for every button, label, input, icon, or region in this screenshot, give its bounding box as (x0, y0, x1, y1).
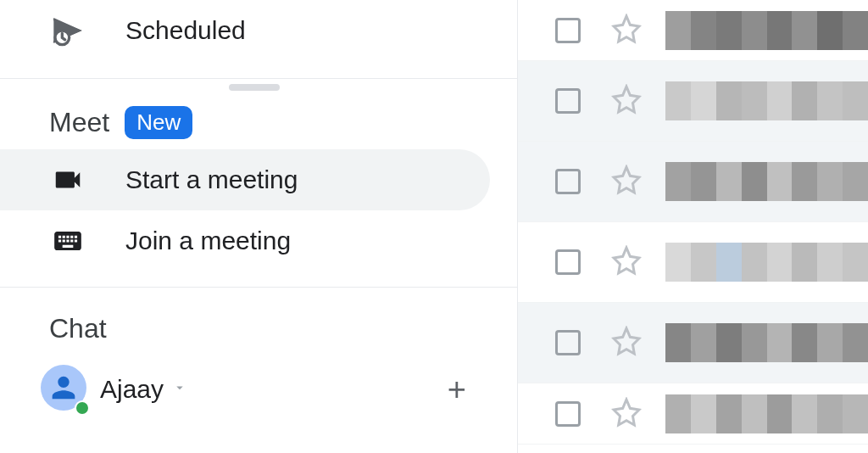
start-meeting-label: Start a meeting (125, 165, 298, 194)
mail-row[interactable] (518, 142, 868, 222)
mail-row[interactable] (518, 303, 868, 383)
star-icon[interactable] (611, 326, 642, 360)
select-checkbox[interactable] (555, 88, 581, 114)
new-badge: New (125, 106, 192, 139)
redacted-content (665, 243, 868, 282)
sidebar-item-join-meeting[interactable]: Join a meeting (0, 210, 517, 271)
redacted-content (665, 11, 868, 50)
mail-row[interactable] (518, 0, 868, 61)
resize-grip[interactable] (229, 84, 280, 91)
star-icon[interactable] (611, 84, 642, 118)
star-icon[interactable] (611, 245, 642, 279)
status-online-icon (75, 400, 90, 416)
star-icon[interactable] (611, 165, 642, 199)
caret-down-icon (172, 380, 187, 399)
redacted-content (665, 162, 868, 201)
scheduled-icon (51, 14, 85, 48)
select-checkbox[interactable] (555, 401, 581, 427)
select-checkbox[interactable] (555, 18, 581, 43)
keyboard-icon (51, 224, 85, 258)
star-icon[interactable] (611, 397, 642, 431)
chat-user-row: Ajaay + (0, 365, 517, 414)
chat-section: Chat Ajaay + (0, 287, 517, 414)
mail-row[interactable] (518, 383, 868, 445)
videocam-icon (51, 163, 85, 197)
mail-row[interactable] (518, 61, 868, 142)
mail-row[interactable] (518, 222, 868, 303)
sidebar-item-start-meeting[interactable]: Start a meeting (0, 149, 490, 210)
sidebar: Scheduled Meet New Start a meeting Join … (0, 0, 517, 453)
select-checkbox[interactable] (555, 169, 581, 194)
scheduled-label: Scheduled (125, 16, 246, 45)
join-meeting-label: Join a meeting (125, 226, 291, 255)
redacted-content (665, 394, 868, 433)
select-checkbox[interactable] (555, 249, 581, 275)
add-chat-button[interactable]: + (448, 372, 466, 408)
section-divider: Meet New Start a meeting Join a meeting (0, 78, 517, 271)
mail-list (517, 0, 868, 453)
select-checkbox[interactable] (555, 330, 581, 355)
meet-title: Meet (49, 107, 109, 138)
sidebar-item-scheduled[interactable]: Scheduled (0, 0, 517, 61)
chat-title: Chat (0, 313, 517, 344)
redacted-content (665, 81, 868, 120)
star-icon[interactable] (611, 14, 642, 48)
chat-user[interactable]: Ajaay (41, 365, 187, 414)
redacted-content (665, 323, 868, 362)
meet-section-header: Meet New (0, 86, 517, 149)
avatar (41, 365, 90, 414)
chat-user-name: Ajaay (100, 375, 164, 404)
